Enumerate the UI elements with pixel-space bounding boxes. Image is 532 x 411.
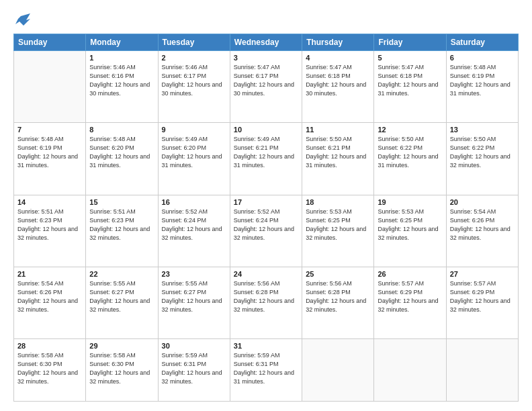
cell-info: Sunrise: 5:54 AMSunset: 6:26 PMDaylight:… bbox=[450, 208, 511, 241]
calendar-cell: 30Sunrise: 5:59 AMSunset: 6:31 PMDayligh… bbox=[158, 339, 230, 402]
day-number: 4 bbox=[306, 54, 370, 62]
cell-info: Sunrise: 5:52 AMSunset: 6:24 PMDaylight:… bbox=[234, 208, 294, 241]
logo-bird-icon bbox=[15, 13, 30, 27]
calendar-cell: 11Sunrise: 5:50 AMSunset: 6:21 PMDayligh… bbox=[302, 123, 374, 195]
calendar-cell: 5Sunrise: 5:47 AMSunset: 6:18 PMDaylight… bbox=[374, 51, 446, 123]
weekday-header-monday: Monday bbox=[86, 34, 158, 51]
cell-info: Sunrise: 5:46 AMSunset: 6:16 PMDaylight:… bbox=[89, 64, 150, 97]
day-number: 26 bbox=[378, 270, 442, 278]
cell-info: Sunrise: 5:47 AMSunset: 6:18 PMDaylight:… bbox=[306, 64, 366, 97]
calendar-header: SundayMondayTuesdayWednesdayThursdayFrid… bbox=[14, 34, 519, 51]
calendar-row-0: 1Sunrise: 5:46 AMSunset: 6:16 PMDaylight… bbox=[14, 51, 519, 123]
calendar-cell: 1Sunrise: 5:46 AMSunset: 6:16 PMDaylight… bbox=[86, 51, 158, 123]
weekday-header-friday: Friday bbox=[374, 34, 446, 51]
calendar-cell bbox=[446, 339, 518, 402]
cell-info: Sunrise: 5:58 AMSunset: 6:30 PMDaylight:… bbox=[89, 352, 150, 385]
cell-info: Sunrise: 5:58 AMSunset: 6:30 PMDaylight:… bbox=[17, 352, 78, 385]
cell-info: Sunrise: 5:52 AMSunset: 6:24 PMDaylight:… bbox=[162, 208, 222, 241]
day-number: 19 bbox=[378, 198, 442, 206]
day-number: 27 bbox=[450, 270, 515, 278]
calendar-cell: 24Sunrise: 5:56 AMSunset: 6:28 PMDayligh… bbox=[230, 267, 302, 338]
day-number: 13 bbox=[450, 126, 515, 134]
header bbox=[13, 12, 519, 27]
day-number: 9 bbox=[162, 126, 226, 134]
cell-info: Sunrise: 5:48 AMSunset: 6:19 PMDaylight:… bbox=[17, 136, 78, 169]
cell-info: Sunrise: 5:47 AMSunset: 6:18 PMDaylight:… bbox=[378, 64, 438, 97]
calendar-cell: 14Sunrise: 5:51 AMSunset: 6:23 PMDayligh… bbox=[14, 195, 86, 267]
day-number: 24 bbox=[234, 270, 298, 278]
calendar-cell: 20Sunrise: 5:54 AMSunset: 6:26 PMDayligh… bbox=[446, 195, 518, 267]
calendar-cell: 9Sunrise: 5:49 AMSunset: 6:20 PMDaylight… bbox=[158, 123, 230, 195]
day-number: 28 bbox=[17, 342, 82, 350]
calendar-cell: 18Sunrise: 5:53 AMSunset: 6:25 PMDayligh… bbox=[302, 195, 374, 267]
calendar-cell: 25Sunrise: 5:56 AMSunset: 6:28 PMDayligh… bbox=[302, 267, 374, 338]
day-number: 10 bbox=[234, 126, 298, 134]
calendar-cell: 28Sunrise: 5:58 AMSunset: 6:30 PMDayligh… bbox=[14, 339, 86, 402]
cell-info: Sunrise: 5:57 AMSunset: 6:29 PMDaylight:… bbox=[450, 280, 511, 313]
day-number: 29 bbox=[89, 342, 154, 350]
cell-info: Sunrise: 5:57 AMSunset: 6:29 PMDaylight:… bbox=[378, 280, 438, 313]
day-number: 7 bbox=[17, 126, 82, 134]
calendar-cell: 16Sunrise: 5:52 AMSunset: 6:24 PMDayligh… bbox=[158, 195, 230, 267]
calendar-cell: 3Sunrise: 5:47 AMSunset: 6:17 PMDaylight… bbox=[230, 51, 302, 123]
cell-info: Sunrise: 5:56 AMSunset: 6:28 PMDaylight:… bbox=[306, 280, 366, 313]
svg-marker-0 bbox=[15, 13, 30, 26]
calendar-cell: 31Sunrise: 5:59 AMSunset: 6:31 PMDayligh… bbox=[230, 339, 302, 402]
cell-info: Sunrise: 5:59 AMSunset: 6:31 PMDaylight:… bbox=[234, 352, 294, 385]
day-number: 3 bbox=[234, 54, 298, 62]
day-number: 17 bbox=[234, 198, 298, 206]
calendar-cell: 8Sunrise: 5:48 AMSunset: 6:20 PMDaylight… bbox=[86, 123, 158, 195]
cell-info: Sunrise: 5:54 AMSunset: 6:26 PMDaylight:… bbox=[17, 280, 78, 313]
day-number: 12 bbox=[378, 126, 442, 134]
calendar-cell: 4Sunrise: 5:47 AMSunset: 6:18 PMDaylight… bbox=[302, 51, 374, 123]
weekday-header-saturday: Saturday bbox=[446, 34, 518, 51]
cell-info: Sunrise: 5:51 AMSunset: 6:23 PMDaylight:… bbox=[17, 208, 78, 241]
calendar-cell bbox=[14, 51, 86, 123]
day-number: 15 bbox=[89, 198, 154, 206]
logo bbox=[13, 15, 30, 27]
calendar-cell: 23Sunrise: 5:55 AMSunset: 6:27 PMDayligh… bbox=[158, 267, 230, 338]
day-number: 22 bbox=[89, 270, 154, 278]
calendar-cell: 7Sunrise: 5:48 AMSunset: 6:19 PMDaylight… bbox=[14, 123, 86, 195]
calendar-row-3: 21Sunrise: 5:54 AMSunset: 6:26 PMDayligh… bbox=[14, 267, 519, 338]
cell-info: Sunrise: 5:50 AMSunset: 6:21 PMDaylight:… bbox=[306, 136, 366, 169]
day-number: 14 bbox=[17, 198, 82, 206]
calendar-cell: 13Sunrise: 5:50 AMSunset: 6:22 PMDayligh… bbox=[446, 123, 518, 195]
day-number: 1 bbox=[89, 54, 154, 62]
calendar-table: SundayMondayTuesdayWednesdayThursdayFrid… bbox=[13, 34, 519, 402]
day-number: 18 bbox=[306, 198, 370, 206]
calendar-cell: 19Sunrise: 5:53 AMSunset: 6:25 PMDayligh… bbox=[374, 195, 446, 267]
day-number: 2 bbox=[162, 54, 226, 62]
day-number: 11 bbox=[306, 126, 370, 134]
calendar-cell: 22Sunrise: 5:55 AMSunset: 6:27 PMDayligh… bbox=[86, 267, 158, 338]
calendar-cell: 6Sunrise: 5:48 AMSunset: 6:19 PMDaylight… bbox=[446, 51, 518, 123]
cell-info: Sunrise: 5:49 AMSunset: 6:21 PMDaylight:… bbox=[234, 136, 294, 169]
day-number: 25 bbox=[306, 270, 370, 278]
cell-info: Sunrise: 5:53 AMSunset: 6:25 PMDaylight:… bbox=[378, 208, 438, 241]
cell-info: Sunrise: 5:53 AMSunset: 6:25 PMDaylight:… bbox=[306, 208, 366, 241]
weekday-header-thursday: Thursday bbox=[302, 34, 374, 51]
day-number: 5 bbox=[378, 54, 442, 62]
calendar-cell: 17Sunrise: 5:52 AMSunset: 6:24 PMDayligh… bbox=[230, 195, 302, 267]
cell-info: Sunrise: 5:56 AMSunset: 6:28 PMDaylight:… bbox=[234, 280, 294, 313]
cell-info: Sunrise: 5:46 AMSunset: 6:17 PMDaylight:… bbox=[162, 64, 222, 97]
day-number: 21 bbox=[17, 270, 82, 278]
cell-info: Sunrise: 5:55 AMSunset: 6:27 PMDaylight:… bbox=[162, 280, 222, 313]
day-number: 20 bbox=[450, 198, 515, 206]
day-number: 31 bbox=[234, 342, 298, 350]
calendar-cell: 10Sunrise: 5:49 AMSunset: 6:21 PMDayligh… bbox=[230, 123, 302, 195]
logo-text bbox=[13, 15, 30, 27]
cell-info: Sunrise: 5:48 AMSunset: 6:19 PMDaylight:… bbox=[450, 64, 511, 97]
cell-info: Sunrise: 5:50 AMSunset: 6:22 PMDaylight:… bbox=[378, 136, 438, 169]
calendar-cell: 29Sunrise: 5:58 AMSunset: 6:30 PMDayligh… bbox=[86, 339, 158, 402]
day-number: 23 bbox=[162, 270, 226, 278]
cell-info: Sunrise: 5:47 AMSunset: 6:17 PMDaylight:… bbox=[234, 64, 294, 97]
cell-info: Sunrise: 5:51 AMSunset: 6:23 PMDaylight:… bbox=[89, 208, 150, 241]
cell-info: Sunrise: 5:50 AMSunset: 6:22 PMDaylight:… bbox=[450, 136, 511, 169]
day-number: 16 bbox=[162, 198, 226, 206]
calendar-row-1: 7Sunrise: 5:48 AMSunset: 6:19 PMDaylight… bbox=[14, 123, 519, 195]
day-number: 6 bbox=[450, 54, 515, 62]
calendar-cell bbox=[374, 339, 446, 402]
weekday-header-sunday: Sunday bbox=[14, 34, 86, 51]
weekday-row: SundayMondayTuesdayWednesdayThursdayFrid… bbox=[14, 34, 519, 51]
